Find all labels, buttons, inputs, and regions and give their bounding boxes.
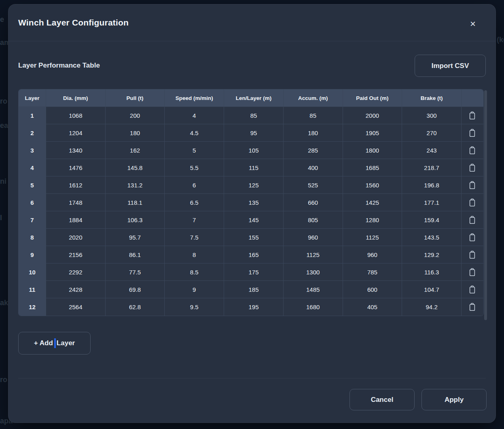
value-cell[interactable]: 116.3 xyxy=(402,263,462,281)
value-cell[interactable]: 960 xyxy=(343,246,402,263)
value-cell[interactable]: 145 xyxy=(224,211,284,229)
value-cell[interactable]: 9 xyxy=(165,281,224,298)
value-cell[interactable]: 218.7 xyxy=(402,159,462,176)
value-cell[interactable]: 1748 xyxy=(46,194,106,211)
value-cell[interactable]: 2428 xyxy=(46,281,106,298)
value-cell[interactable]: 1680 xyxy=(284,298,343,316)
value-cell[interactable]: 1425 xyxy=(343,194,402,211)
value-cell[interactable]: 135 xyxy=(224,194,284,211)
value-cell[interactable]: 405 xyxy=(343,298,402,316)
value-cell[interactable]: 2564 xyxy=(46,298,106,316)
delete-row-button[interactable] xyxy=(462,159,483,176)
value-cell[interactable]: 131.2 xyxy=(106,176,165,194)
value-cell[interactable]: 155 xyxy=(224,229,284,246)
delete-row-button[interactable] xyxy=(462,211,483,229)
delete-row-button[interactable] xyxy=(462,229,483,246)
cancel-button[interactable]: Cancel xyxy=(349,389,415,410)
value-cell[interactable]: 180 xyxy=(106,124,165,142)
value-cell[interactable]: 1612 xyxy=(46,176,106,194)
value-cell[interactable]: 129.2 xyxy=(402,246,462,263)
value-cell[interactable]: 95 xyxy=(224,124,284,142)
value-cell[interactable]: 175 xyxy=(224,263,284,281)
value-cell[interactable]: 162 xyxy=(106,142,165,159)
value-cell[interactable]: 5.5 xyxy=(165,159,224,176)
value-cell[interactable]: 2000 xyxy=(343,107,402,124)
value-cell[interactable]: 5 xyxy=(165,142,224,159)
value-cell[interactable]: 1340 xyxy=(46,142,106,159)
value-cell[interactable]: 525 xyxy=(284,176,343,194)
value-cell[interactable]: 1685 xyxy=(343,159,402,176)
value-cell[interactable]: 94.2 xyxy=(402,298,462,316)
value-cell[interactable]: 104.7 xyxy=(402,281,462,298)
value-cell[interactable]: 77.5 xyxy=(106,263,165,281)
value-cell[interactable]: 1125 xyxy=(284,246,343,263)
value-cell[interactable]: 660 xyxy=(284,194,343,211)
value-cell[interactable]: 2292 xyxy=(46,263,106,281)
value-cell[interactable]: 270 xyxy=(402,124,462,142)
value-cell[interactable]: 6 xyxy=(165,176,224,194)
value-cell[interactable]: 600 xyxy=(343,281,402,298)
apply-button[interactable]: Apply xyxy=(421,389,487,410)
delete-row-button[interactable] xyxy=(462,107,483,124)
delete-row-button[interactable] xyxy=(462,142,483,159)
value-cell[interactable]: 105 xyxy=(224,142,284,159)
value-cell[interactable]: 180 xyxy=(284,124,343,142)
delete-row-button[interactable] xyxy=(462,281,483,298)
value-cell[interactable]: 165 xyxy=(224,246,284,263)
value-cell[interactable]: 4 xyxy=(165,107,224,124)
value-cell[interactable]: 159.4 xyxy=(402,211,462,229)
value-cell[interactable]: 118.1 xyxy=(106,194,165,211)
delete-row-button[interactable] xyxy=(462,124,483,142)
value-cell[interactable]: 62.8 xyxy=(106,298,165,316)
value-cell[interactable]: 1204 xyxy=(46,124,106,142)
value-cell[interactable]: 195 xyxy=(224,298,284,316)
value-cell[interactable]: 300 xyxy=(402,107,462,124)
value-cell[interactable]: 196.8 xyxy=(402,176,462,194)
add-layer-button[interactable]: + AddLayer xyxy=(18,332,91,355)
value-cell[interactable]: 200 xyxy=(106,107,165,124)
value-cell[interactable]: 2156 xyxy=(46,246,106,263)
value-cell[interactable]: 1485 xyxy=(284,281,343,298)
value-cell[interactable]: 125 xyxy=(224,176,284,194)
delete-row-button[interactable] xyxy=(462,176,483,194)
value-cell[interactable]: 115 xyxy=(224,159,284,176)
value-cell[interactable]: 285 xyxy=(284,142,343,159)
value-cell[interactable]: 86.1 xyxy=(106,246,165,263)
value-cell[interactable]: 8.5 xyxy=(165,263,224,281)
value-cell[interactable]: 1280 xyxy=(343,211,402,229)
value-cell[interactable]: 177.1 xyxy=(402,194,462,211)
value-cell[interactable]: 69.8 xyxy=(106,281,165,298)
value-cell[interactable]: 805 xyxy=(284,211,343,229)
value-cell[interactable]: 1800 xyxy=(343,142,402,159)
value-cell[interactable]: 1300 xyxy=(284,263,343,281)
value-cell[interactable]: 106.3 xyxy=(106,211,165,229)
value-cell[interactable]: 7.5 xyxy=(165,229,224,246)
value-cell[interactable]: 95.7 xyxy=(106,229,165,246)
delete-row-button[interactable] xyxy=(462,194,483,211)
value-cell[interactable]: 1905 xyxy=(343,124,402,142)
value-cell[interactable]: 243 xyxy=(402,142,462,159)
value-cell[interactable]: 1068 xyxy=(46,107,106,124)
value-cell[interactable]: 85 xyxy=(284,107,343,124)
delete-row-button[interactable] xyxy=(462,263,483,281)
value-cell[interactable]: 1884 xyxy=(46,211,106,229)
value-cell[interactable]: 6.5 xyxy=(165,194,224,211)
value-cell[interactable]: 2020 xyxy=(46,229,106,246)
value-cell[interactable]: 7 xyxy=(165,211,224,229)
value-cell[interactable]: 8 xyxy=(165,246,224,263)
delete-row-button[interactable] xyxy=(462,246,483,263)
value-cell[interactable]: 185 xyxy=(224,281,284,298)
value-cell[interactable]: 785 xyxy=(343,263,402,281)
value-cell[interactable]: 1560 xyxy=(343,176,402,194)
delete-row-button[interactable] xyxy=(462,298,483,316)
value-cell[interactable]: 85 xyxy=(224,107,284,124)
value-cell[interactable]: 1125 xyxy=(343,229,402,246)
close-icon[interactable]: × xyxy=(466,17,479,30)
value-cell[interactable]: 4.5 xyxy=(165,124,224,142)
value-cell[interactable]: 1476 xyxy=(46,159,106,176)
import-csv-button[interactable]: Import CSV xyxy=(415,55,486,77)
value-cell[interactable]: 9.5 xyxy=(165,298,224,316)
value-cell[interactable]: 960 xyxy=(284,229,343,246)
value-cell[interactable]: 143.5 xyxy=(402,229,462,246)
value-cell[interactable]: 145.8 xyxy=(106,159,165,176)
